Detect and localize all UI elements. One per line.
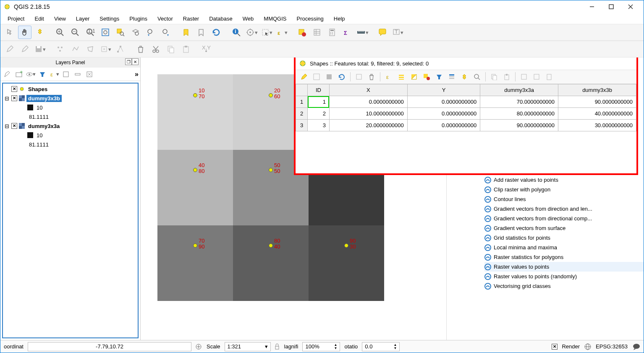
add-polygon-icon[interactable] [84,42,97,56]
select-all-icon[interactable] [395,71,407,83]
zoom-in-icon[interactable] [53,26,67,39]
show-bookmarks-icon[interactable] [194,26,208,39]
menu-edit[interactable]: Edit [31,14,47,23]
select-icon[interactable]: ▾ [260,26,273,39]
alg-item[interactable]: Raster values to points (randomly) [484,272,644,281]
expression-select-icon[interactable]: ε▾ [275,26,288,39]
attributes-table-icon[interactable] [310,26,324,39]
menu-settings[interactable]: Settings [96,14,123,23]
new-bookmark-icon[interactable] [179,26,193,39]
zoom-next-icon[interactable] [159,26,173,39]
zoom-out-icon[interactable] [68,26,82,39]
pan-tool-icon[interactable] [18,26,31,39]
zoom-to-icon[interactable] [471,71,483,83]
lock-icon[interactable] [274,343,280,350]
layer-collapse-icon[interactable] [73,69,83,79]
render-checkbox[interactable]: ✕ [552,344,558,350]
col-id[interactable]: ID [308,84,330,96]
alg-item[interactable]: Gradient vectors from directional comp..… [484,214,644,223]
copy-rows-icon[interactable] [488,71,500,83]
panel-float-button[interactable]: ❐ [125,58,132,65]
menu-mmqgis[interactable]: MMQGIS [260,14,290,23]
toggle-edit-icon[interactable] [298,71,310,83]
menu-help[interactable]: Help [330,14,349,23]
map-point[interactable] [269,243,273,248]
attribute-table-grid[interactable]: ID X Y dummy3x3a dummy3x3b 1 1 0.0000000… [296,84,636,173]
layer-visibility-icon[interactable]: ▾ [26,69,36,79]
expr-select-icon[interactable]: ε [383,71,395,83]
menu-web[interactable]: Web [239,14,258,23]
move-feature-icon[interactable]: ▾ [99,42,112,56]
layer-remove-icon[interactable] [84,69,94,79]
refresh-icon[interactable] [209,26,223,39]
measure-icon[interactable]: ▾ [356,26,369,39]
menu-processing[interactable]: Processing [293,14,327,23]
minimize-button[interactable] [582,0,602,13]
delete-selected-icon[interactable] [366,71,377,83]
edit-pencil2-icon[interactable] [18,42,31,56]
menu-plugins[interactable]: Plugins [126,14,151,23]
copy-icon[interactable] [164,42,178,56]
map-point[interactable] [193,168,197,172]
col-x[interactable]: X [329,84,407,96]
filter-icon[interactable] [433,71,445,83]
alg-item[interactable]: Grid statistics for points [484,233,644,243]
delete-icon[interactable] [134,42,147,56]
layer-expression-icon[interactable]: ε▾ [49,69,59,79]
actions-icon[interactable]: ▾ [245,26,258,39]
touch-tool-icon[interactable] [3,26,16,39]
xy-icon[interactable]: X,Y [199,42,213,56]
processing-toolbox-tree[interactable]: Add raster values to pointsClip raster w… [447,175,644,291]
layer-style-icon[interactable] [2,69,12,79]
menu-layer[interactable]: Layer [72,14,94,23]
menu-raster[interactable]: Raster [179,14,203,23]
paste-rows-icon[interactable] [501,71,513,83]
panel-close-button[interactable]: ✕ [132,58,139,65]
map-canvas[interactable]: 10702060408050506020709080409030 Shapes … [141,58,644,340]
map-point[interactable] [269,168,273,172]
invert-select-icon[interactable] [408,71,420,83]
map-point[interactable] [269,93,273,97]
edit-pencil-icon[interactable] [3,42,16,56]
attribute-table-window[interactable]: Shapes :: Features total: 9, filtered: 9… [294,58,638,175]
menu-project[interactable]: Project [4,14,28,23]
new-field-icon[interactable] [518,71,530,83]
annotation-icon[interactable]: T▾ [391,26,404,39]
maptips-icon[interactable] [376,26,389,39]
messages-icon[interactable] [632,343,641,350]
map-point[interactable] [193,93,197,97]
multiedit-icon[interactable] [311,71,322,83]
crs-label[interactable]: EPSG:32653 [595,343,628,350]
close-button[interactable] [621,0,640,13]
move-top-icon[interactable] [446,71,458,83]
alg-item[interactable]: Raster statistics for polygons [484,252,644,262]
alg-item[interactable]: Gradient vectors from surface [484,223,644,233]
layer-shapes[interactable]: ✕ Shapes [4,84,137,94]
maximize-button[interactable] [602,0,621,13]
zoom-selection-icon[interactable] [114,26,127,39]
zoom-last-icon[interactable] [144,26,157,39]
stats-icon[interactable]: Σ [340,26,354,39]
menu-vector[interactable]: Vector [154,14,177,23]
alg-item[interactable]: Raster values to points [484,262,644,272]
identify-icon[interactable]: i [230,26,243,39]
rotation-field[interactable]: 0.0▲▼ [362,342,400,351]
zoom-native-icon[interactable]: 1:1 [84,26,97,39]
pan-selection-icon[interactable] [33,26,47,39]
layers-panel-more-button[interactable]: » [135,71,139,78]
pan-to-icon[interactable] [458,71,470,83]
alg-item[interactable]: Gradient vectors from direction and len.… [484,204,644,214]
layer-expand-icon[interactable] [61,69,71,79]
menu-database[interactable]: Database [205,14,236,23]
delete-field-icon[interactable] [531,71,542,83]
save-icon[interactable] [323,71,335,83]
add-line-icon[interactable] [68,42,82,56]
alg-item[interactable]: Add raster values to points [484,175,644,185]
add-feature-icon[interactable] [53,42,67,56]
coord-field[interactable]: -7.79,10.72 [28,342,191,351]
scale-field[interactable]: 1:321▾ [225,342,271,351]
extents-icon[interactable] [195,343,202,350]
alg-item[interactable]: Clip raster with polygon [484,185,644,194]
alg-item[interactable]: Vectorising grid classes [484,281,644,291]
node-tool-icon[interactable] [114,42,127,56]
